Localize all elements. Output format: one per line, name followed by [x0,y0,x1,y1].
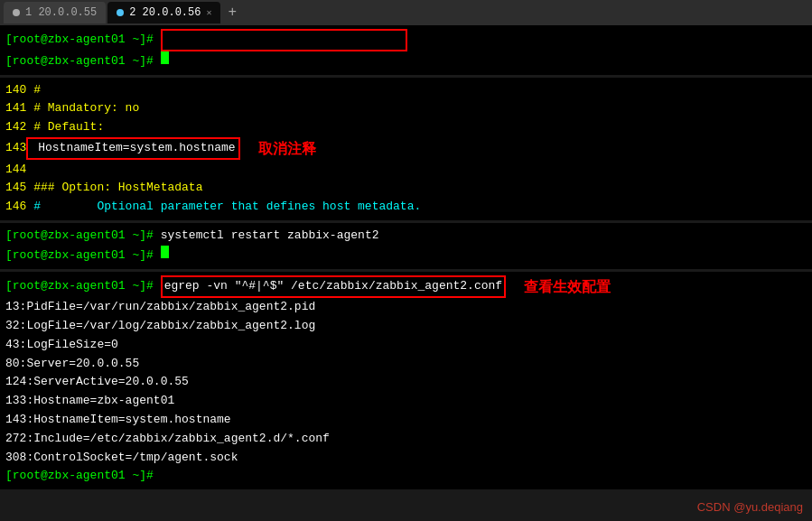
egrep-out-1: 13:PidFile=/var/run/zabbix/zabbix_agent2… [5,298,807,317]
line-num-144: 144 [5,161,26,180]
tab-label-1: 1 20.0.0.55 [25,6,97,19]
egrep-out-6: 133:Hostname=zbx-agent01 [5,392,807,411]
egrep-output: 13:PidFile=/var/run/zabbix/zabbix_agent2… [5,298,807,467]
line-num-141: 141 [5,99,26,118]
egrep-out-8: 272:Include=/etc/zabbix/zabbix_agent2.d/… [5,430,807,449]
egrep-last-prompt: [root@zbx-agent01 ~]# [5,467,807,486]
cursor [161,51,169,64]
prompt-last: [root@zbx-agent01 ~]# [5,467,161,486]
tab-1[interactable]: 1 20.0.0.55 [4,2,106,23]
egrep-out-9: 308:ControlSocket=/tmp/agent.sock [5,449,807,468]
prompt-1: [root@zbx-agent01 ~]# [5,31,161,50]
editor-line-142: 142 # Default: [5,118,807,137]
annotation-cancel-comment: 取消注释 [258,137,316,161]
section-systemctl: [root@zbx-agent01 ~]# systemctl restart … [0,220,812,269]
prompt-2: [root@zbx-agent01 ~]# [5,52,161,71]
line-num-146: 146 [5,198,26,217]
editor-line-143: 143 HostnameItem=system.hostname 取消注释 [5,137,807,161]
egrep-command-line: [root@zbx-agent01 ~]# egrep -vn "^#|^$" … [5,275,807,299]
editor-line-145: 145 ### Option: HostMetadata [5,179,807,198]
hostname-item-box: HostnameItem=system.hostname [26,137,239,160]
section-egrep: [root@zbx-agent01 ~]# egrep -vn "^#|^$" … [0,269,812,490]
prompt-line-2: [root@zbx-agent01 ~]# [5,51,807,71]
editor-line-141: 141 # Mandatory: no [5,99,807,118]
egrep-cmd-box: egrep -vn "^#|^$" /etc/zabbix/zabbix_age… [161,275,506,298]
prompt-s2: [root@zbx-agent01 ~]# [5,246,807,265]
section-vim-command: [root@zbx-agent01 ~]# vim /etc/zabbix/za… [0,25,812,75]
annotation-view-config: 查看生效配置 [524,275,611,299]
editor-line-144: 144 [5,161,807,180]
tab-label-2: 2 20.0.0.56 [129,6,201,19]
systemctl-line: [root@zbx-agent01 ~]# systemctl restart … [5,227,807,246]
egrep-out-2: 32:LogFile=/var/log/zabbix/zabbix_agent2… [5,317,807,336]
line-141-content: # Mandatory: no [26,99,139,118]
tab-2[interactable]: 2 20.0.0.56 ✕ [107,2,220,23]
egrep-out-7: 143:HostnameItem=system.hostname [5,411,807,430]
line-num-143: 143 [5,139,26,158]
csdn-watermark: CSDN @yu.deqiang [697,500,803,514]
line-145-content: ### Option: HostMetadata [26,179,202,198]
systemctl-cmd: systemctl restart zabbix-agent2 [161,227,379,246]
line-140-content: # [26,81,41,100]
prompt-s2-text: [root@zbx-agent01 ~]# [5,247,161,265]
tab-dot-2 [117,9,124,16]
tab-bar: 1 20.0.0.55 2 20.0.0.56 ✕ + [0,0,812,25]
editor-line-146: 146 # Optional parameter that defines ho… [5,198,807,217]
line-num-140: 140 [5,81,26,100]
prompt-e1: [root@zbx-agent01 ~]# [5,277,161,296]
editor-line-140: 140 # [5,81,807,100]
cursor-s2 [161,246,169,258]
tab-dot-1 [13,9,20,16]
line-142-content: # Default: [26,118,104,137]
egrep-out-5: 124:ServerActive=20.0.0.55 [5,373,807,392]
line-num-145: 145 [5,179,26,198]
line-146-content: # Optional parameter that defines host m… [26,198,421,217]
vim-command-box: vim /etc/zabbix/zabbix_agent2.conf [161,29,407,51]
section-vim-editor: 140 # 141 # Mandatory: no 142 # Default:… [0,75,812,220]
close-icon[interactable]: ✕ [206,7,211,18]
egrep-out-4: 80:Server=20.0.0.55 [5,355,807,374]
vim-command-line: [root@zbx-agent01 ~]# vim /etc/zabbix/za… [5,29,807,51]
add-tab-button[interactable]: + [222,5,242,21]
prompt-s1: [root@zbx-agent01 ~]# [5,227,161,246]
egrep-out-3: 43:LogFileSize=0 [5,336,807,355]
line-num-142: 142 [5,118,26,137]
